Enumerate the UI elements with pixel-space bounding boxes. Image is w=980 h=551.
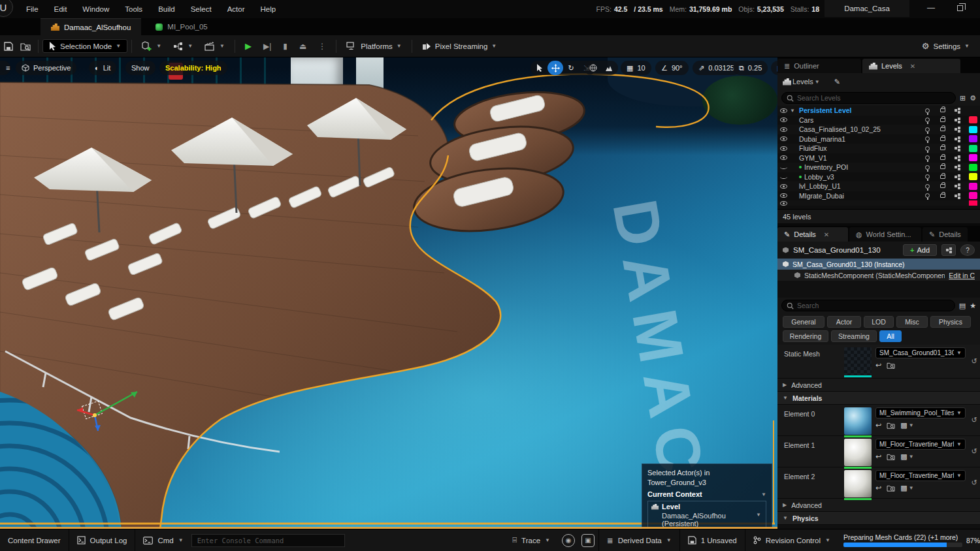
- selection-mode-dropdown[interactable]: Selection Mode ▼: [42, 39, 127, 53]
- visibility-eye-icon[interactable]: [780, 146, 787, 151]
- blueprint-icon[interactable]: [955, 157, 957, 159]
- lock-icon[interactable]: [940, 175, 945, 179]
- reset-to-default-icon[interactable]: ↺: [970, 347, 979, 375]
- use-selected-asset-icon[interactable]: ↩: [875, 452, 881, 461]
- material-thumbnail-pool-tiles[interactable]: [844, 407, 872, 435]
- details-search-input[interactable]: [797, 302, 950, 309]
- level-color[interactable]: [969, 145, 977, 152]
- blueprint-icon[interactable]: [955, 109, 957, 112]
- level-row[interactable]: Lobby_v3: [777, 172, 980, 182]
- lit-dropdown[interactable]: ◐ Lit: [89, 61, 116, 75]
- move-tool[interactable]: [547, 61, 563, 75]
- level-color[interactable]: [969, 116, 977, 123]
- material-options-icon[interactable]: ▩ ▼: [900, 452, 913, 461]
- console-command-box[interactable]: [191, 534, 345, 547]
- menu-window[interactable]: Window: [74, 0, 117, 18]
- material-thumbnail-marble[interactable]: [844, 470, 872, 497]
- select-tool[interactable]: [532, 61, 547, 75]
- level-row[interactable]: FluidFlux: [777, 144, 980, 153]
- tab-outliner[interactable]: ≣ Outliner: [777, 59, 861, 73]
- blueprint-icon[interactable]: [955, 166, 957, 168]
- lighting-icon[interactable]: [925, 108, 930, 113]
- lighting-icon[interactable]: [925, 155, 930, 160]
- tab-material-mi-pool[interactable]: MI_Pool_05: [145, 18, 218, 35]
- reset-to-default-icon[interactable]: ↺: [970, 439, 979, 464]
- unsaved-button[interactable]: 1 Unsaved: [680, 529, 745, 551]
- lighting-icon[interactable]: [925, 146, 930, 151]
- grid-snap-pill[interactable]: ▦ 10: [621, 61, 651, 75]
- menu-build[interactable]: Build: [150, 0, 183, 18]
- lighting-icon[interactable]: [925, 127, 930, 132]
- advanced-section-2[interactable]: ▶ Advanced: [777, 499, 980, 512]
- filter-general[interactable]: General: [783, 316, 825, 328]
- level-row[interactable]: Cars: [777, 116, 980, 125]
- filter-rendering[interactable]: Rendering: [783, 330, 828, 342]
- stop-button[interactable]: ▮: [277, 40, 293, 53]
- visibility-eye-closed-icon[interactable]: [780, 165, 787, 169]
- details-search[interactable]: [781, 300, 955, 311]
- camera-speed-pill[interactable]: ⧉ 0.25: [733, 61, 768, 75]
- blueprint-icon[interactable]: [955, 195, 957, 197]
- blueprint-icon[interactable]: [955, 176, 957, 178]
- close-icon[interactable]: ✕: [910, 63, 915, 70]
- level-row[interactable]: lvl_Lobby_U1: [777, 181, 980, 191]
- cmd-dropdown[interactable]: Cmd ▼: [135, 529, 191, 551]
- skip-button[interactable]: ▶|: [257, 40, 277, 53]
- surface-snap-toggle[interactable]: [601, 61, 617, 75]
- lock-icon[interactable]: [940, 108, 945, 112]
- lock-icon[interactable]: [940, 146, 945, 150]
- browse-to-asset-icon[interactable]: [887, 484, 895, 492]
- levels-dropdown[interactable]: Levels ▼: [783, 78, 820, 86]
- edit-levels-button[interactable]: ✎: [834, 78, 840, 86]
- lock-icon[interactable]: [940, 118, 945, 122]
- lighting-icon[interactable]: [925, 184, 930, 189]
- platforms-dropdown[interactable]: Platforms ▼: [340, 40, 408, 52]
- visibility-eye-icon[interactable]: [780, 108, 787, 113]
- level-row[interactable]: Inventory_POI: [777, 163, 980, 172]
- levels-search[interactable]: [781, 92, 956, 104]
- visibility-eye-icon[interactable]: [780, 155, 787, 160]
- material-asset-dropdown[interactable]: MI_Floor_Travertine_Marble_wh ▼: [875, 439, 966, 450]
- tab-details-1[interactable]: ✎ Details ✕: [777, 227, 848, 242]
- lock-icon[interactable]: [940, 137, 945, 141]
- rotate-tool[interactable]: ↻: [563, 61, 579, 75]
- revision-control-dropdown[interactable]: Revision Control ▼: [745, 529, 838, 551]
- component-row-instance[interactable]: SM_Casa_Ground01_130 (Instance): [777, 259, 980, 270]
- content-browser-icon[interactable]: [17, 39, 34, 54]
- level-color[interactable]: [969, 135, 977, 142]
- use-selected-asset-icon[interactable]: ↩: [875, 361, 881, 370]
- static-mesh-thumbnail[interactable]: [844, 347, 872, 375]
- minimize-button[interactable]: —: [920, 0, 942, 17]
- visibility-eye-icon[interactable]: [780, 184, 787, 189]
- content-drawer-button[interactable]: Content Drawer: [0, 529, 69, 551]
- material-asset-dropdown[interactable]: MI_Swimming_Pool_Tiles_ufflca ▼: [875, 407, 966, 418]
- settings-dropdown[interactable]: ⚙ Settings ▼: [917, 39, 975, 53]
- tab-levels[interactable]: Levels ✕: [862, 59, 960, 73]
- level-color[interactable]: [969, 200, 977, 206]
- level-row[interactable]: GYM_V1: [777, 153, 980, 163]
- screenshot-button[interactable]: ▣: [581, 534, 595, 547]
- blueprint-icon[interactable]: [955, 138, 957, 140]
- close-icon[interactable]: ✕: [824, 231, 829, 238]
- display-options-icon[interactable]: ▤: [959, 302, 966, 310]
- add-component-button[interactable]: + Add: [903, 244, 937, 256]
- trace-dropdown[interactable]: ⌸ Trace ▼: [504, 529, 558, 551]
- snapshot-button[interactable]: ◉: [562, 534, 575, 547]
- levels-settings-icon[interactable]: ⚙: [970, 94, 976, 102]
- level-row-persistent[interactable]: ▼ Persistent Level: [777, 106, 980, 116]
- material-options-icon[interactable]: ▩ ▼: [900, 484, 913, 492]
- visibility-eye-icon[interactable]: [780, 193, 787, 198]
- console-command-input[interactable]: [197, 537, 339, 544]
- perspective-dropdown[interactable]: Perspective: [16, 61, 76, 75]
- menu-edit[interactable]: Edit: [46, 0, 75, 18]
- context-level-value[interactable]: Damaac_AlSoufhou (Persistent): [662, 512, 756, 527]
- lighting-icon[interactable]: [925, 118, 930, 122]
- pixel-streaming-dropdown[interactable]: Pixel Streaming ▼: [416, 40, 502, 53]
- world-space-toggle[interactable]: [585, 61, 601, 75]
- tab-world-settings[interactable]: ◍ World Settin...: [849, 227, 921, 242]
- lock-icon[interactable]: [940, 156, 945, 160]
- blueprints-dropdown[interactable]: ▼: [167, 40, 199, 53]
- edit-in-cpp-link[interactable]: Edit in C: [949, 272, 975, 279]
- blueprint-icon[interactable]: [955, 147, 957, 150]
- unreal-logo-icon[interactable]: U: [0, 0, 13, 17]
